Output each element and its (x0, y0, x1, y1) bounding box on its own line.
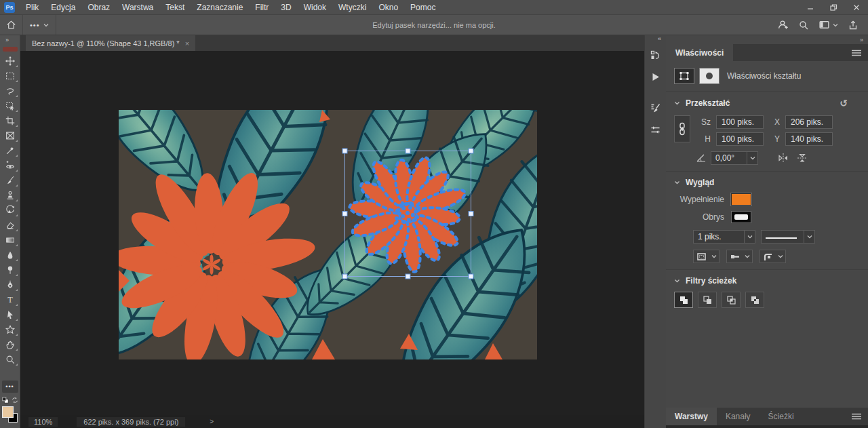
stroke-width-select[interactable]: 1 piks. (693, 230, 755, 244)
menu-item-3d[interactable]: 3D (275, 1, 297, 14)
edit-toolbar-button[interactable]: ••• (2, 381, 18, 393)
tool-options-overflow[interactable]: ••• (23, 15, 56, 35)
appearance-section-header[interactable]: Wygląd (674, 178, 860, 187)
menu-item-edycja[interactable]: Edycja (45, 1, 81, 14)
transform-handle[interactable] (342, 274, 347, 279)
link-dimensions-button[interactable] (674, 115, 690, 142)
crop-tool[interactable] (1, 113, 19, 128)
blur-tool[interactable] (1, 248, 19, 262)
reset-transform-icon[interactable]: ↺ (840, 98, 848, 109)
hand-tool[interactable] (1, 337, 19, 352)
menu-item-plik[interactable]: Plik (20, 1, 45, 14)
search-icon[interactable] (798, 20, 809, 31)
stroke-cap-select[interactable] (726, 250, 753, 263)
tab-layers[interactable]: Warstwy (666, 408, 717, 425)
width-field[interactable]: 100 piks. (716, 115, 764, 129)
clone-stamp-tool[interactable] (1, 188, 19, 203)
layers-menu-button[interactable] (852, 408, 868, 425)
document-image[interactable] (119, 110, 537, 359)
transform-handle[interactable] (469, 212, 473, 216)
dock-collapse-chevrons[interactable]: « (658, 35, 666, 44)
transform-section-header[interactable]: Przekształć ↺ (674, 98, 860, 109)
object-selection-tool[interactable] (1, 98, 19, 113)
eyedropper-tool[interactable] (1, 143, 19, 158)
stroke-corner-select[interactable] (760, 250, 786, 263)
x-field[interactable]: 206 piks. (785, 115, 833, 129)
brushes-panel-button[interactable] (647, 121, 665, 138)
swap-colors-icon[interactable] (12, 397, 18, 404)
path-selection-tool[interactable] (1, 307, 19, 322)
document-tab[interactable]: Bez nazwy-1 @ 110% (Shape 43 1,RGB/8) * … (26, 35, 195, 51)
brush-settings-panel-button[interactable] (647, 99, 665, 117)
account-icon[interactable] (777, 19, 789, 31)
menu-item-wtyczki[interactable]: Wtyczki (332, 1, 372, 14)
marquee-tool[interactable] (1, 69, 19, 83)
stroke-color-swatch[interactable] (731, 211, 751, 223)
foreground-color-swatch[interactable] (2, 406, 14, 418)
exclude-icon (750, 295, 760, 305)
minimize-button[interactable] (799, 0, 822, 14)
y-field[interactable]: 140 piks. (785, 132, 833, 146)
history-panel-button[interactable] (647, 46, 665, 64)
menu-item-warstwa[interactable]: Warstwa (116, 1, 159, 14)
mask-properties-toggle[interactable] (699, 68, 719, 84)
pen-tool[interactable] (1, 277, 19, 292)
history-brush-tool[interactable] (1, 203, 19, 218)
menu-item-widok[interactable]: Widok (298, 1, 332, 14)
home-button[interactable] (0, 15, 23, 35)
menu-item-obraz[interactable]: Obraz (81, 1, 116, 14)
panel-collapse-chevrons[interactable]: » (860, 37, 863, 43)
tab-channels[interactable]: Kanały (717, 408, 760, 425)
actions-panel-button[interactable] (647, 68, 665, 85)
canvas-viewport[interactable] (20, 51, 644, 415)
workspace-switcher[interactable] (818, 20, 838, 30)
menu-item-filtr[interactable]: Filtr (249, 1, 275, 14)
toolbar-collapse-chevrons[interactable]: » (0, 37, 8, 45)
custom-shape-tool[interactable] (1, 322, 19, 337)
transform-handle[interactable] (342, 212, 347, 216)
shape-properties-toggle[interactable] (674, 68, 694, 84)
tab-paths[interactable]: Ścieżki (760, 408, 803, 425)
transform-handle[interactable] (469, 274, 473, 279)
healing-brush-tool[interactable] (1, 158, 19, 173)
path-subtract-button[interactable] (698, 292, 717, 308)
transform-handle[interactable] (342, 149, 347, 153)
transform-handle[interactable] (406, 274, 410, 279)
type-tool[interactable]: T (1, 292, 19, 307)
path-intersect-button[interactable] (722, 292, 741, 308)
path-union-button[interactable] (674, 292, 693, 308)
eraser-tool[interactable] (1, 218, 19, 233)
transform-handle[interactable] (469, 149, 473, 153)
close-button[interactable] (845, 0, 868, 14)
frame-tool[interactable] (1, 128, 19, 143)
menu-item-zaznaczanie[interactable]: Zaznaczanie (191, 1, 249, 14)
default-colors-icon[interactable] (2, 397, 9, 404)
angle-select[interactable]: 0,00° (711, 151, 758, 165)
path-exclude-button[interactable] (745, 292, 764, 308)
move-tool[interactable] (1, 54, 19, 69)
tab-close-icon[interactable]: × (185, 39, 189, 47)
stroke-style-select[interactable] (761, 230, 815, 244)
fill-color-swatch[interactable] (731, 193, 751, 206)
path-filters-section-header[interactable]: Filtry ścieżek (674, 276, 860, 286)
stroke-align-select[interactable] (693, 250, 719, 263)
menu-item-pomoc[interactable]: Pomoc (404, 1, 441, 14)
brush-tool[interactable] (1, 173, 19, 188)
zoom-level-field[interactable]: 110% (28, 417, 58, 427)
menu-item-okno[interactable]: Okno (372, 1, 404, 14)
share-icon[interactable] (848, 20, 859, 31)
restore-button[interactable] (822, 0, 845, 14)
flip-horizontal-icon[interactable] (777, 153, 789, 163)
status-chevron[interactable]: > (210, 418, 214, 425)
flip-vertical-icon[interactable] (796, 153, 808, 163)
dodge-tool[interactable] (1, 262, 19, 277)
toolbar-bottom: ••• (1, 381, 19, 428)
transform-handle[interactable] (406, 149, 410, 153)
panel-menu-button[interactable] (852, 44, 868, 61)
height-field[interactable]: 100 piks. (716, 132, 764, 146)
gradient-tool[interactable] (1, 233, 19, 248)
menu-item-tekst[interactable]: Tekst (159, 1, 191, 14)
lasso-tool[interactable] (1, 83, 19, 98)
zoom-tool[interactable] (1, 352, 19, 367)
tab-properties[interactable]: Właściwości (666, 44, 733, 61)
